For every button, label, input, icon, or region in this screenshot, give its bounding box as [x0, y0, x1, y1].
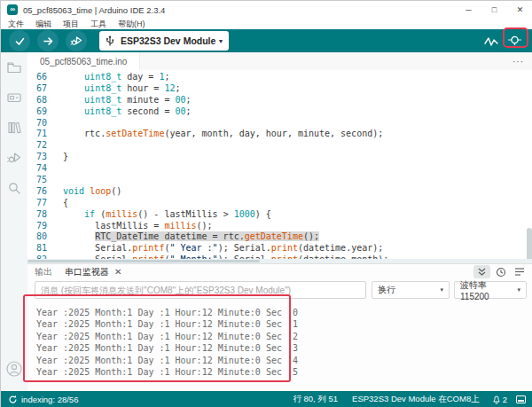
notification-count: 2	[503, 395, 507, 404]
code-line[interactable]: 73}	[27, 152, 532, 163]
baud-rate-value: 波特率 115200	[460, 279, 517, 301]
verify-button[interactable]	[9, 30, 30, 51]
code-line[interactable]: 76void loop()	[27, 186, 532, 198]
menu-item-3[interactable]: 工具	[90, 19, 106, 30]
line-number: 75	[27, 175, 63, 186]
menu-item-0[interactable]: 文件	[8, 19, 24, 30]
debug-icon	[70, 35, 82, 47]
line-ending-select[interactable]: 换行 ▾	[372, 281, 450, 299]
collapse-panel-button[interactable]	[473, 265, 490, 278]
books-icon	[6, 120, 22, 136]
line-number: 79	[27, 221, 63, 232]
bell-icon	[492, 395, 501, 404]
panel-header-icons	[472, 265, 528, 278]
line-number: 70	[27, 118, 63, 129]
code-line[interactable]: 81 Serial.printf(" Year :"); Serial.prin…	[27, 243, 532, 254]
folder-icon	[6, 59, 22, 75]
status-bar: indexing: 28/56 行 80, 列 51 ESP32S3 Dev M…	[1, 391, 532, 407]
menu-item-2[interactable]: 项目	[63, 19, 79, 30]
code-text: lastMillis = millis();	[63, 221, 213, 232]
magnifier-icon	[507, 35, 522, 47]
toolbar: ESP32S3 Dev Module ▾	[1, 29, 532, 52]
editor-vertical-scrollbar[interactable]	[527, 228, 532, 262]
clear-output-button[interactable]	[511, 265, 528, 278]
code-line[interactable]: 71 rtc.setDateTime(year, month, day, hou…	[27, 129, 532, 140]
serial-output: Year :2025 Month:1 Day :1 Hour:12 Minute…	[36, 307, 298, 378]
clock-icon	[496, 267, 506, 278]
board-selector[interactable]: ESP32S3 Dev Module ▾	[99, 31, 229, 51]
code-text: uint8_t day = 1;	[63, 72, 169, 83]
serial-monitor-tab-label: 串口监视器	[65, 266, 109, 278]
code-line[interactable]: 78 if (millis() - lastMillis > 1000) {	[27, 209, 532, 221]
debug-button[interactable]	[66, 30, 87, 51]
code-text: if (millis() - lastMillis > 1000) {	[63, 209, 271, 221]
board-port-status[interactable]: ESP32S3 Dev Module 在COM8上	[352, 394, 480, 405]
code-text: void loop()	[63, 186, 121, 198]
code-line[interactable]: 74	[27, 163, 532, 175]
maximize-button[interactable]: □	[481, 1, 507, 19]
timestamp-toggle-button[interactable]	[492, 265, 509, 278]
arrow-right-icon	[43, 35, 54, 47]
code-text: Serial.printf(" Year :"); Serial.print(d…	[63, 243, 383, 254]
window-title: 05_pcf85063_time | Arduino IDE 2.3.4	[23, 5, 165, 15]
code-line[interactable]: 79 lastMillis = millis();	[27, 221, 532, 232]
serial-line: Year :2025 Month:1 Day :1 Hour:12 Minute…	[36, 342, 298, 354]
menu-item-4[interactable]: 帮助(H)	[118, 19, 145, 30]
more-actions-icon[interactable]: ···	[512, 57, 524, 67]
toggle-panel-icon[interactable]	[516, 395, 526, 403]
line-number: 68	[27, 95, 63, 106]
code-line[interactable]: 67 uint8_t hour = 12;	[27, 83, 532, 95]
waveform-icon	[484, 35, 498, 47]
serial-line: Year :2025 Month:1 Day :1 Hour:12 Minute…	[36, 307, 298, 318]
code-text: uint8_t minute = 00;	[63, 95, 192, 106]
account-button[interactable]	[1, 354, 27, 384]
serial-plotter-button[interactable]	[480, 31, 503, 51]
serial-monitor-button[interactable]	[503, 31, 526, 51]
bottom-panel: 输出 串口监视器 ✕ 换行 ▾	[27, 263, 532, 391]
code-text: {	[63, 198, 68, 209]
code-line[interactable]: 66 uint8_t day = 1;	[27, 72, 532, 83]
code-line[interactable]: 69 uint8_t second = 00;	[27, 106, 532, 118]
line-number: 78	[27, 209, 63, 221]
tab-output[interactable]: 输出	[35, 266, 52, 278]
sidebar-item-library-manager[interactable]	[1, 113, 27, 143]
line-number: 81	[27, 243, 63, 254]
code-line[interactable]: 70	[27, 118, 532, 129]
menu-bar: 文件编辑项目工具帮助(H)	[1, 19, 532, 29]
line-number: 74	[27, 163, 63, 175]
close-button[interactable]: ✕	[507, 1, 532, 19]
code-line[interactable]: 68 uint8_t minute = 00;	[27, 95, 532, 106]
code-text: rtc.setDateTime(year, month, day, hour, …	[63, 129, 383, 140]
chevron-down-icon: ▾	[517, 286, 520, 294]
baud-rate-select[interactable]: 波特率 115200 ▾	[454, 281, 527, 299]
arduino-ide-window: ∞ 05_pcf85063_time | Arduino IDE 2.3.4 ─…	[0, 0, 532, 407]
line-number: 69	[27, 106, 63, 118]
sidebar-item-sketchbook[interactable]	[1, 52, 27, 82]
code-line[interactable]: 80 RTC_DateTime datetime = rtc.getDateTi…	[27, 231, 532, 243]
code-text: }	[63, 152, 68, 163]
minimize-button[interactable]: ─	[456, 1, 481, 19]
code-text: RTC_DateTime datetime = rtc.getDateTime(…	[63, 231, 319, 243]
tab-serial-monitor[interactable]: 串口监视器 ✕	[65, 266, 121, 278]
line-ending-value: 换行	[378, 284, 395, 296]
tab-sketch-file[interactable]: 05_pcf85063_time.ino	[27, 52, 140, 70]
code-editor[interactable]: 66 uint8_t day = 1;67 uint8_t hour = 12;…	[27, 70, 532, 263]
serial-message-input[interactable]	[35, 281, 366, 299]
sidebar-item-debug[interactable]	[1, 143, 27, 173]
code-line[interactable]: 77{	[27, 198, 532, 209]
title-bar: ∞ 05_pcf85063_time | Arduino IDE 2.3.4 ─…	[1, 1, 532, 19]
menu-item-1[interactable]: 编辑	[35, 19, 51, 30]
app-icon: ∞	[7, 4, 18, 15]
scrollbar-thumb[interactable]	[27, 260, 260, 262]
sidebar-item-boards-manager[interactable]	[1, 82, 27, 113]
sidebar-item-search[interactable]	[1, 173, 27, 203]
upload-button[interactable]	[37, 30, 59, 51]
serial-input-row: 换行 ▾ 波特率 115200 ▾	[27, 279, 532, 301]
notifications-button[interactable]: 2	[492, 395, 507, 404]
code-lines: 66 uint8_t day = 1;67 uint8_t hour = 12;…	[27, 72, 532, 263]
close-icon[interactable]: ✕	[114, 267, 121, 277]
cursor-position[interactable]: 行 80, 列 51	[293, 394, 338, 405]
code-line[interactable]: 75	[27, 175, 532, 186]
code-line[interactable]: 72	[27, 140, 532, 152]
window-controls: ─ □ ✕	[456, 1, 532, 19]
